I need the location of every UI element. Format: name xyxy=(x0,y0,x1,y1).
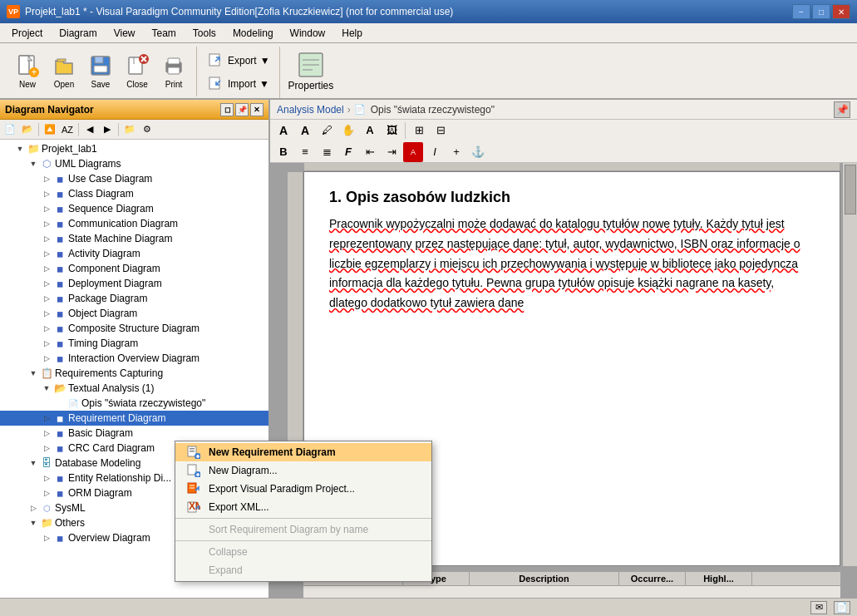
tree-node-communication[interactable]: ▷ ◼ Communication Diagram xyxy=(0,216,268,231)
nav-tool-az[interactable]: AZ xyxy=(59,121,76,138)
tree-expand-others[interactable]: ▼ xyxy=(27,516,40,530)
breadcrumb-pin-button[interactable]: 📌 xyxy=(834,101,850,118)
dt-hand[interactable]: ✋ xyxy=(338,121,358,140)
tree-expand-class[interactable]: ▷ xyxy=(40,187,53,200)
dt-plus[interactable]: + xyxy=(446,142,466,162)
tree-expand-timing[interactable]: ▷ xyxy=(40,337,53,350)
tree-expand-comm[interactable]: ▷ xyxy=(40,217,53,230)
tree-expand-erd[interactable]: ▷ xyxy=(40,471,53,485)
tree-expand-deployment[interactable]: ▷ xyxy=(40,277,53,290)
save-button[interactable]: Save xyxy=(83,50,118,91)
tree-expand-orm[interactable]: ▷ xyxy=(40,486,53,500)
export-button[interactable]: Export ▼ xyxy=(202,50,276,71)
tree-expand-sm[interactable]: ▷ xyxy=(40,232,53,245)
tree-expand-crc[interactable]: ▷ xyxy=(40,441,53,455)
tree-node-component[interactable]: ▷ ◼ Component Diagram xyxy=(0,261,268,276)
dt-align-left[interactable]: ≡ xyxy=(295,142,315,162)
restore-button[interactable]: □ xyxy=(812,4,830,19)
dt-outdent[interactable]: ⇥ xyxy=(382,142,401,162)
tree-expand-sysml[interactable]: ▷ xyxy=(27,501,40,515)
dt-grid[interactable]: ⊟ xyxy=(431,121,451,140)
status-email-icon[interactable]: ✉ xyxy=(810,601,827,614)
breadcrumb-analysis-model[interactable]: Analysis Model xyxy=(277,104,344,116)
tree-expand-sequence[interactable]: ▷ xyxy=(40,202,53,215)
tree-expand-textual[interactable]: ▼ xyxy=(40,382,53,395)
tree-node-root[interactable]: ▼ 📁 Projekt_lab1 xyxy=(0,141,268,156)
tree-node-deployment[interactable]: ▷ ◼ Deployment Diagram xyxy=(0,276,268,291)
tree-node-reqdiag[interactable]: ▷ ◼ Requirement Diagram xyxy=(0,411,268,426)
menu-window[interactable]: Window xyxy=(282,24,334,42)
tree-expand-basic[interactable]: ▷ xyxy=(40,426,53,440)
menu-diagram[interactable]: Diagram xyxy=(51,24,105,42)
dt-text-a[interactable]: A xyxy=(360,121,380,140)
tree-node-basic[interactable]: ▷ ◼ Basic Diagram xyxy=(0,426,268,441)
menu-help[interactable]: Help xyxy=(333,24,371,42)
nav-tool-up[interactable]: 🔼 xyxy=(42,121,58,138)
tree-node-interaction[interactable]: ▷ ◼ Interaction Overview Diagram xyxy=(0,351,268,366)
nav-tool-more[interactable]: ⚙ xyxy=(139,121,155,138)
dt-anchor[interactable]: ⚓ xyxy=(468,142,488,162)
close-button[interactable]: ✕ xyxy=(832,4,850,19)
navigator-pin-btn[interactable]: 📌 xyxy=(235,103,249,116)
tree-expand-object[interactable]: ▷ xyxy=(40,307,53,320)
new-button[interactable]: + New xyxy=(10,50,45,91)
tree-expand-dbmod[interactable]: ▼ xyxy=(27,456,40,470)
tree-node-composite[interactable]: ▷ ◼ Composite Structure Diagram xyxy=(0,321,268,336)
dt-italic[interactable]: I xyxy=(425,142,445,162)
tree-expand-root[interactable]: ▼ xyxy=(13,142,27,155)
dt-font-f[interactable]: F xyxy=(338,142,358,162)
navigator-restore-btn[interactable]: ◻ xyxy=(220,103,234,116)
tree-node-opis[interactable]: 📄 Opis "świata rzeczywistego" xyxy=(0,396,268,411)
tree-node-object[interactable]: ▷ ◼ Object Diagram xyxy=(0,306,268,321)
tree-expand-package[interactable]: ▷ xyxy=(40,292,53,305)
tree-node-class[interactable]: ▷ ◼ Class Diagram xyxy=(0,186,268,201)
dt-color1[interactable]: A xyxy=(403,142,423,162)
dt-table[interactable]: ⊞ xyxy=(409,121,429,140)
properties-button[interactable]: Properties xyxy=(282,47,341,95)
dt-zoom-in[interactable]: A xyxy=(273,121,293,140)
tree-expand-uml[interactable]: ▼ xyxy=(27,157,40,170)
open-button[interactable]: Open xyxy=(47,50,81,91)
tree-expand-reqcap[interactable]: ▼ xyxy=(27,367,40,380)
tree-node-reqcap[interactable]: ▼ 📋 Requirements Capturing xyxy=(0,366,268,381)
ctx-new-diagram[interactable]: New Diagram... xyxy=(175,461,431,480)
tree-expand-component[interactable]: ▷ xyxy=(40,262,53,275)
tree-expand-overview[interactable]: ▷ xyxy=(40,531,53,545)
menu-team[interactable]: Team xyxy=(144,24,185,42)
tree-expand-interaction[interactable]: ▷ xyxy=(40,352,53,365)
tree-expand-usecase[interactable]: ▷ xyxy=(40,172,53,185)
tree-node-package[interactable]: ▷ ◼ Package Diagram xyxy=(0,291,268,306)
dt-image-insert[interactable]: 🖼 xyxy=(382,121,401,140)
dt-bold[interactable]: B xyxy=(273,142,293,162)
tree-node-statemachine[interactable]: ▷ ◼ State Machine Diagram xyxy=(0,231,268,246)
menu-view[interactable]: View xyxy=(106,24,144,42)
dt-zoom-out[interactable]: A xyxy=(295,121,315,140)
tree-node-textual[interactable]: ▼ 📂 Textual Analysis (1) xyxy=(0,381,268,396)
dt-select[interactable]: 🖊 xyxy=(317,121,337,140)
scroll-thumb[interactable] xyxy=(845,165,856,214)
dt-indent[interactable]: ⇤ xyxy=(360,142,380,162)
dt-align-center[interactable]: ≣ xyxy=(317,142,337,162)
import-button[interactable]: Import ▼ xyxy=(202,73,276,95)
tree-node-sequence[interactable]: ▷ ◼ Sequence Diagram xyxy=(0,201,268,216)
nav-tool-arrow-right[interactable]: ▶ xyxy=(99,121,116,138)
status-doc-icon[interactable]: 📄 xyxy=(834,601,850,614)
tree-node-timing[interactable]: ▷ ◼ Timing Diagram xyxy=(0,336,268,351)
tree-expand-composite[interactable]: ▷ xyxy=(40,322,53,335)
menu-project[interactable]: Project xyxy=(3,24,51,42)
tree-node-usecase[interactable]: ▷ ◼ Use Case Diagram xyxy=(0,171,268,186)
close-button[interactable]: Close xyxy=(120,50,155,91)
navigator-close-btn[interactable]: ✕ xyxy=(250,103,264,116)
tree-expand-reqdiag[interactable]: ▷ xyxy=(40,411,53,425)
nav-tool-new[interactable]: 📄 xyxy=(2,121,18,138)
ctx-new-requirement-diagram[interactable]: New Requirement Diagram xyxy=(175,443,431,461)
scrollbar-right[interactable] xyxy=(842,163,857,566)
tree-expand-activity[interactable]: ▷ xyxy=(40,247,53,260)
nav-tool-arrow-left[interactable]: ◀ xyxy=(81,121,98,138)
tree-node-uml[interactable]: ▼ ⬡ UML Diagrams xyxy=(0,156,268,171)
print-button[interactable]: Print xyxy=(156,50,191,91)
menu-tools[interactable]: Tools xyxy=(185,24,224,42)
minimize-button[interactable]: − xyxy=(792,4,810,19)
tree-node-activity[interactable]: ▷ ◼ Activity Diagram xyxy=(0,246,268,261)
nav-tool-folder[interactable]: 📁 xyxy=(121,121,138,138)
